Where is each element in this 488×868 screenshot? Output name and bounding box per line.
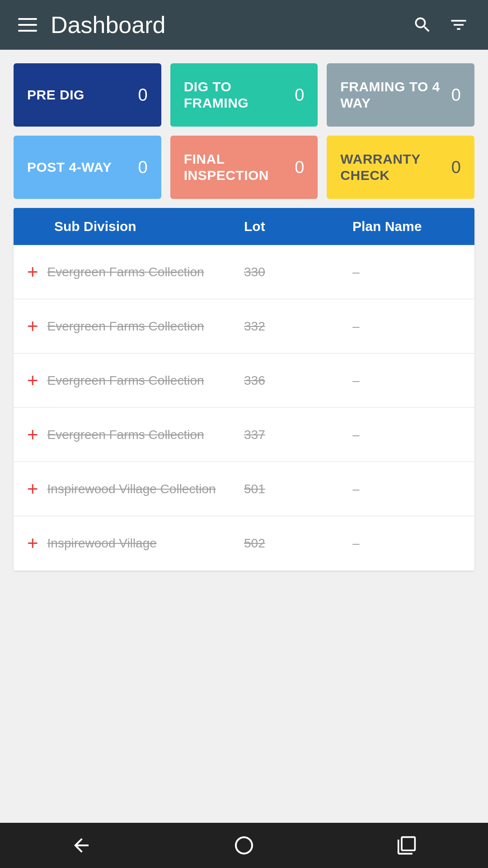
- add-row-button[interactable]: +: [27, 425, 38, 444]
- row-lot-cell: 501: [244, 482, 352, 496]
- status-tiles-grid: PRE DIG 0 DIG TO FRAMING 0 FRAMING TO 4 …: [14, 63, 474, 199]
- tile-label-pre-dig: PRE DIG: [27, 87, 84, 103]
- table-row[interactable]: + Inspirewood Village 502 –: [14, 516, 474, 571]
- plan-text: –: [352, 536, 360, 551]
- row-plan-cell: –: [352, 428, 461, 442]
- add-row-button[interactable]: +: [27, 371, 38, 390]
- table-header: Sub Division Lot Plan Name: [14, 208, 474, 245]
- recents-button[interactable]: [389, 832, 425, 859]
- add-row-button[interactable]: +: [27, 534, 38, 553]
- page-title: Dashboard: [51, 11, 411, 38]
- tile-final-inspection[interactable]: FINAL INSPECTION 0: [170, 136, 318, 199]
- row-plan-cell: –: [352, 265, 461, 279]
- topbar: Dashboard: [0, 0, 488, 50]
- subdivision-text: Evergreen Farms Collection: [47, 428, 204, 442]
- hamburger-menu-button[interactable]: [18, 18, 37, 32]
- tile-warranty-check[interactable]: WARRANTY CHECK 0: [327, 136, 474, 199]
- filter-button[interactable]: [447, 14, 470, 36]
- bottom-navigation: [0, 823, 488, 868]
- row-subdivision-cell: + Inspirewood Village Collection: [27, 480, 244, 499]
- search-button[interactable]: [411, 14, 434, 36]
- row-plan-cell: –: [352, 373, 461, 388]
- back-button[interactable]: [63, 832, 99, 859]
- row-subdivision-cell: + Evergreen Farms Collection: [27, 263, 244, 282]
- lot-text: 501: [244, 482, 265, 496]
- tile-pre-dig[interactable]: PRE DIG 0: [14, 63, 161, 127]
- lot-text: 337: [244, 428, 265, 442]
- plan-text: –: [352, 265, 360, 279]
- row-subdivision-cell: + Evergreen Farms Collection: [27, 371, 244, 390]
- table-row[interactable]: + Evergreen Farms Collection 330 –: [14, 245, 474, 299]
- subdivision-text: Evergreen Farms Collection: [47, 319, 204, 334]
- plan-text: –: [352, 482, 360, 496]
- subdivision-text: Inspirewood Village: [47, 536, 157, 551]
- table-row[interactable]: + Inspirewood Village Collection 501 –: [14, 462, 474, 516]
- tile-label-framing-to-4way: FRAMING TO 4 WAY: [340, 79, 451, 111]
- home-button[interactable]: [226, 832, 262, 859]
- tile-label-dig-to-framing: DIG TO FRAMING: [184, 79, 295, 111]
- add-row-button[interactable]: +: [27, 480, 38, 499]
- row-lot-cell: 332: [244, 319, 352, 334]
- subdivision-text: Evergreen Farms Collection: [47, 373, 204, 388]
- tile-count-pre-dig: 0: [138, 85, 148, 105]
- tile-label-warranty-check: WARRANTY CHECK: [340, 151, 451, 184]
- row-lot-cell: 336: [244, 373, 352, 388]
- plan-text: –: [352, 373, 360, 388]
- lot-text: 336: [244, 373, 265, 388]
- tile-count-dig-to-framing: 0: [295, 85, 304, 105]
- tile-dig-to-framing[interactable]: DIG TO FRAMING 0: [170, 63, 318, 127]
- search-icon: [413, 15, 432, 35]
- row-lot-cell: 337: [244, 428, 352, 442]
- plan-text: –: [352, 428, 360, 442]
- table-header-lot: Lot: [244, 219, 352, 234]
- table-row[interactable]: + Evergreen Farms Collection 332 –: [14, 299, 474, 354]
- tile-count-framing-to-4way: 0: [451, 85, 461, 105]
- subdivision-text: Evergreen Farms Collection: [47, 265, 204, 279]
- row-lot-cell: 502: [244, 536, 352, 551]
- plan-text: –: [352, 319, 360, 334]
- table-row[interactable]: + Evergreen Farms Collection 336 –: [14, 354, 474, 408]
- jobs-table: Sub Division Lot Plan Name + Evergreen F…: [14, 208, 474, 571]
- row-plan-cell: –: [352, 319, 461, 334]
- topbar-icons: [411, 14, 470, 36]
- tile-label-post-4way: POST 4-WAY: [27, 159, 112, 175]
- recents-icon: [397, 835, 417, 855]
- tile-count-warranty-check: 0: [451, 158, 461, 177]
- table-header-planname: Plan Name: [352, 219, 461, 234]
- tile-count-final-inspection: 0: [295, 158, 304, 177]
- row-subdivision-cell: + Evergreen Farms Collection: [27, 317, 244, 336]
- tile-count-post-4way: 0: [138, 158, 148, 177]
- tile-framing-to-4way[interactable]: FRAMING TO 4 WAY 0: [327, 63, 474, 127]
- row-subdivision-cell: + Inspirewood Village: [27, 534, 244, 553]
- row-plan-cell: –: [352, 536, 461, 551]
- subdivision-text: Inspirewood Village Collection: [47, 482, 216, 496]
- filter-icon: [449, 15, 469, 35]
- table-rows: + Evergreen Farms Collection 330 – + Eve…: [14, 245, 474, 571]
- table-row[interactable]: + Evergreen Farms Collection 337 –: [14, 408, 474, 462]
- row-plan-cell: –: [352, 482, 461, 496]
- lot-text: 502: [244, 536, 265, 551]
- lot-text: 332: [244, 319, 265, 334]
- tile-label-final-inspection: FINAL INSPECTION: [184, 151, 295, 184]
- tile-post-4way[interactable]: POST 4-WAY 0: [14, 136, 161, 199]
- back-icon: [70, 835, 92, 856]
- main-content: PRE DIG 0 DIG TO FRAMING 0 FRAMING TO 4 …: [0, 50, 488, 580]
- add-row-button[interactable]: +: [27, 263, 38, 282]
- lot-text: 330: [244, 265, 265, 279]
- add-row-button[interactable]: +: [27, 317, 38, 336]
- row-lot-cell: 330: [244, 265, 352, 279]
- home-circle-icon: [233, 835, 255, 856]
- table-header-subdivision: Sub Division: [27, 219, 244, 234]
- row-subdivision-cell: + Evergreen Farms Collection: [27, 425, 244, 444]
